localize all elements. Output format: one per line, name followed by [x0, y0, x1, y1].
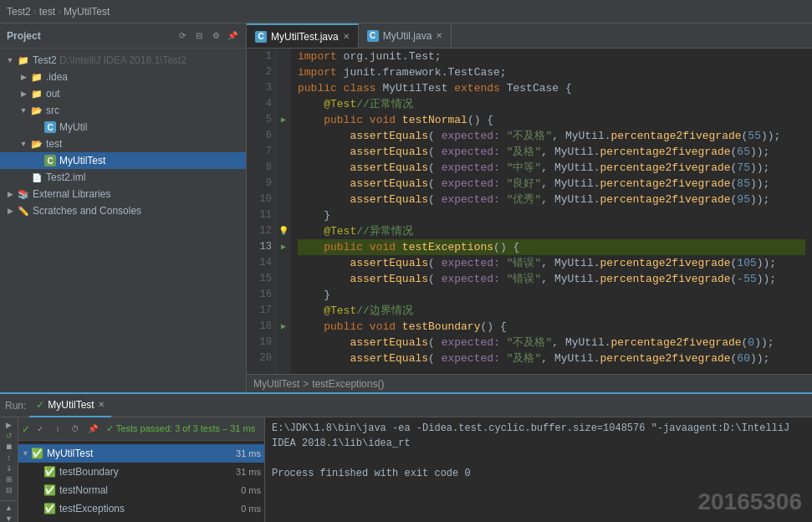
code-line-20: assertEquals( expected: "及格", MyUtil.per… — [298, 351, 805, 366]
ln-13: 13 — [250, 239, 272, 255]
collapse-all-btn[interactable]: ⊟ — [2, 486, 17, 494]
sep2: › — [58, 6, 61, 18]
myutil-label: MyUtil — [59, 121, 87, 133]
tab-bar: C MyUtilTest.java ✕ C MyUtil.java ✕ — [247, 23, 812, 49]
sep1: › — [33, 6, 37, 18]
g9 — [278, 176, 289, 192]
stop-btn[interactable]: ⏹ — [2, 443, 17, 451]
expand-all-btn[interactable]: ⊞ — [2, 475, 17, 484]
code-content[interactable]: import org.junit.Test; import junit.fram… — [291, 49, 812, 374]
ln-16: 16 — [250, 287, 272, 303]
ln-10: 10 — [250, 192, 272, 207]
g18-run[interactable]: ▶ — [278, 319, 289, 335]
folder-name: test — [39, 6, 55, 18]
run-btn[interactable]: ▶ — [2, 421, 17, 429]
iml-icon: 📄 — [30, 171, 43, 184]
tree-item-test2[interactable]: ▼ 📁 Test2 D:\IntelliJ IDEA 2018.1\Test2 — [0, 52, 246, 69]
g13-run[interactable]: ▶ — [278, 239, 289, 255]
breadcrumb: Test2 › test › MyUtilTest — [7, 6, 110, 18]
expand-myutiltest: ▼ — [22, 449, 29, 458]
code-line-4: @Test//正常情况 — [298, 96, 805, 112]
down-btn[interactable]: ▼ — [2, 514, 17, 522]
test-item-exceptions[interactable]: ✅ testExceptions 0 ms — [18, 499, 264, 518]
src-label: src — [46, 105, 59, 116]
ln-11: 11 — [250, 207, 272, 223]
filter-btn[interactable]: ⇓ — [2, 464, 17, 473]
test-results: ✓ ✓ ↕ ⏱ 📌 ✓ Tests passed: 3 of 3 tests –… — [18, 417, 265, 522]
idea-folder-icon: 📁 — [30, 70, 43, 84]
editor-area: C MyUtilTest.java ✕ C MyUtil.java ✕ 1 2 … — [247, 23, 812, 392]
g12-bulb: 💡 — [278, 223, 289, 239]
breadcrumb-part2: testExceptions() — [312, 378, 384, 390]
pin-test-btn[interactable]: 📌 — [85, 422, 100, 437]
g5-run[interactable]: ▶ — [278, 112, 289, 128]
up-btn[interactable]: ▲ — [2, 504, 17, 512]
expand-arrow-test: ▼ — [17, 140, 30, 148]
tree-item-src[interactable]: ▼ 📂 src — [0, 102, 246, 119]
expand-arrow-scratches: ▶ — [3, 207, 17, 215]
test-java-icon: C — [43, 154, 57, 167]
sort-alpha-btn[interactable]: ↕ — [50, 422, 65, 437]
code-line-6: assertEquals( expected: "不及格", MyUtil.pe… — [298, 128, 805, 144]
sort-time-btn[interactable]: ⏱ — [68, 422, 83, 437]
code-line-8: assertEquals( expected: "中等", MyUtil.per… — [298, 160, 805, 176]
ln-7: 7 — [250, 144, 272, 160]
tree-item-myutiltest[interactable]: C MyUtilTest — [0, 152, 246, 169]
tree-item-out[interactable]: ▶ 📁 out — [0, 85, 246, 102]
g2 — [278, 64, 289, 80]
bottom-panel: Run: ✓ MyUtilTest ✕ ▶ ↺ ⏹ ↕ ⇓ ⊞ ⊟ ▲ ▼ — [0, 392, 812, 522]
src-folder-icon: 📂 — [30, 104, 43, 117]
ln-2: 2 — [250, 64, 272, 80]
extlibs-label: External Libraries — [33, 188, 110, 200]
sync-icon[interactable]: ⟳ — [176, 29, 189, 43]
ln-1: 1 — [250, 49, 272, 64]
settings-icon[interactable]: ⚙ — [209, 29, 222, 43]
tree-item-idea[interactable]: ▶ 📁 .idea — [0, 69, 246, 85]
code-line-5: public void testNormal() { — [298, 112, 805, 128]
pass-indicator: ✓ — [22, 423, 30, 435]
test-time-myutiltest: 31 ms — [236, 448, 261, 458]
extlibs-icon: 📚 — [17, 187, 30, 201]
rerun-btn[interactable]: ↺ — [2, 432, 17, 440]
g17 — [278, 303, 289, 319]
g6 — [278, 128, 289, 144]
expand-arrow-idea: ▶ — [17, 73, 30, 81]
g8 — [278, 160, 289, 176]
expand-arrow: ▼ — [3, 56, 17, 64]
tab-myutil[interactable]: C MyUtil.java ✕ — [359, 23, 452, 48]
output-area: E:\JDK\1.8\bin\java -ea -Didea.test.cycl… — [265, 417, 812, 522]
expand-arrow-out: ▶ — [17, 90, 30, 98]
tab-icon-java: C — [367, 30, 379, 42]
tab-myutiltest[interactable]: C MyUtilTest.java ✕ — [247, 23, 359, 48]
pin-icon[interactable]: 📌 — [226, 29, 239, 43]
test-name-boundary: testBoundary — [59, 466, 236, 478]
tab-close-myutil[interactable]: ✕ — [436, 31, 442, 40]
tree-item-iml[interactable]: 📄 Test2.iml — [0, 169, 246, 186]
ln-14: 14 — [250, 255, 272, 271]
ln-9: 9 — [250, 176, 272, 192]
pass-boundary: ✅ — [43, 466, 56, 478]
test-name-myutiltest: MyUtilTest — [47, 448, 236, 459]
tab-close-myutiltest[interactable]: ✕ — [343, 32, 350, 41]
tab-label-myutiltest: MyUtilTest.java — [271, 31, 339, 43]
ln-20: 20 — [250, 351, 272, 366]
code-editor[interactable]: 1 2 3 4 5 6 7 8 9 10 11 12 13 14 15 16 1 — [247, 49, 812, 374]
tree-item-extlibs[interactable]: ▶ 📚 External Libraries — [0, 186, 246, 202]
tree-item-test-folder[interactable]: ▼ 📂 test — [0, 136, 246, 152]
code-line-15: assertEquals( expected: "错误", MyUtil.per… — [298, 271, 805, 287]
scratches-icon: ✏️ — [17, 204, 30, 218]
bottom-tab-myutiltest[interactable]: ✓ MyUtilTest ✕ — [29, 394, 110, 417]
bottom-tab-close[interactable]: ✕ — [98, 400, 105, 409]
code-line-16: } — [298, 287, 805, 303]
tree-item-scratches[interactable]: ▶ ✏️ Scratches and Consoles — [0, 202, 246, 219]
sort-btn[interactable]: ↕ — [2, 453, 17, 462]
test-item-normal[interactable]: ✅ testNormal 0 ms — [18, 481, 264, 499]
filter-pass-btn[interactable]: ✓ — [33, 422, 48, 437]
test-item-boundary[interactable]: ✅ testBoundary 31 ms — [18, 463, 264, 481]
test-time-exceptions: 0 ms — [241, 504, 261, 514]
gutter: ▶ 💡 ▶ ▶ — [276, 49, 291, 374]
collapse-icon[interactable]: ⊟ — [192, 29, 206, 43]
g15 — [278, 271, 289, 287]
tree-item-myutil[interactable]: C MyUtil — [0, 119, 246, 136]
test-item-myutiltest[interactable]: ▼ ✅ MyUtilTest 31 ms — [18, 444, 264, 463]
